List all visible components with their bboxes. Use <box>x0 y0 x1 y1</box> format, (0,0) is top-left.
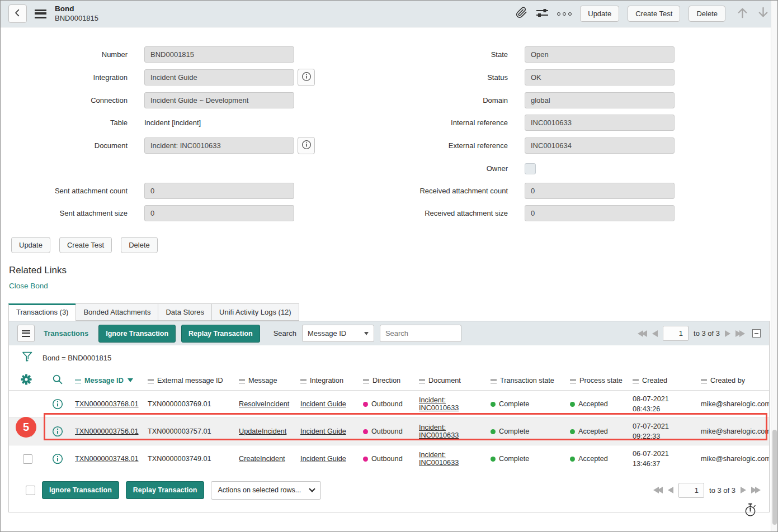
tab-unifi-activity-logs[interactable]: Unifi Activity Logs (12) <box>211 303 299 321</box>
replay-transaction-button[interactable]: Replay Transaction <box>181 325 260 343</box>
page-range-label: to 3 of 3 <box>709 486 735 495</box>
list-context-menu-button[interactable] <box>17 325 35 342</box>
form-context-menu-icon[interactable] <box>35 10 46 18</box>
tab-transactions[interactable]: Transactions (3) <box>8 303 76 321</box>
connection-field[interactable]: Incident Guide ~ Development <box>144 92 294 108</box>
column-header-direction[interactable]: Direction <box>360 370 416 391</box>
external-reference-label: External reference <box>347 141 508 150</box>
footer-ignore-transaction-button[interactable]: Ignore Transaction <box>42 481 119 499</box>
record-preview-icon[interactable] <box>47 398 68 410</box>
transaction-state-dot <box>491 402 496 407</box>
chevron-down-icon <box>364 332 369 335</box>
column-header-created-by[interactable]: Created by <box>697 370 769 391</box>
external-reference-field[interactable]: INC0010634 <box>525 137 675 154</box>
more-options-icon[interactable] <box>557 12 572 16</box>
message-id-link[interactable]: TXN0000003768.01 <box>75 400 139 408</box>
header-create-test-button[interactable]: Create Test <box>628 6 680 22</box>
external-message-id: TXN0000003769.01 <box>148 400 211 408</box>
message-id-link[interactable]: TXN0000003756.01 <box>75 428 139 435</box>
actions-on-selected-rows-select[interactable]: Actions on selected rows... <box>211 481 321 500</box>
state-field[interactable]: Open <box>525 46 675 63</box>
ignore-transaction-button[interactable]: Ignore Transaction <box>98 325 176 343</box>
direction-dot <box>363 429 368 434</box>
owner-field[interactable] <box>525 163 536 174</box>
next-page-button[interactable] <box>741 487 746 493</box>
tab-bonded-attachments[interactable]: Bonded Attachments <box>76 303 158 321</box>
document-link[interactable]: Incident: INC0010633 <box>419 396 459 412</box>
footer-replay-transaction-button[interactable]: Replay Transaction <box>126 481 205 499</box>
received-attachment-size-label: Received attachment size <box>347 209 508 217</box>
back-button[interactable] <box>8 4 27 23</box>
first-page-button[interactable] <box>638 330 647 337</box>
form-delete-button[interactable]: Delete <box>121 237 158 253</box>
sent-attachment-size-field[interactable]: 0 <box>144 205 294 221</box>
record-preview-icon[interactable] <box>47 453 68 464</box>
table-header-row: Message ID External message ID Message I… <box>9 370 769 391</box>
column-header-process-state[interactable]: Process state <box>567 370 629 391</box>
domain-label: Domain <box>347 96 508 104</box>
stopwatch-icon[interactable] <box>744 503 757 519</box>
first-page-button[interactable] <box>653 487 663 493</box>
close-bond-link[interactable]: Close Bond <box>9 282 48 290</box>
next-record-icon[interactable] <box>757 6 770 21</box>
row-checkbox[interactable] <box>23 454 32 464</box>
next-page-button[interactable] <box>725 330 730 337</box>
list-personalize-button[interactable] <box>9 370 44 391</box>
status-field[interactable]: OK <box>525 69 675 86</box>
internal-reference-field[interactable]: INC0010633 <box>525 115 675 131</box>
column-header-created[interactable]: Created <box>629 370 697 391</box>
record-preview-icon[interactable] <box>47 426 68 437</box>
previous-page-button[interactable] <box>668 487 673 493</box>
tab-data-stores[interactable]: Data Stores <box>158 303 212 321</box>
sliders-icon[interactable] <box>536 7 549 21</box>
previous-page-button[interactable] <box>652 330 658 337</box>
received-attachment-size-field[interactable]: 0 <box>525 205 675 221</box>
search-field-select[interactable]: Message ID <box>302 325 374 342</box>
received-attachment-count-field[interactable]: 0 <box>525 183 675 199</box>
column-search-button[interactable] <box>44 370 72 391</box>
integration-link[interactable]: Incident Guide <box>300 455 346 463</box>
page-number-input[interactable] <box>663 326 689 341</box>
search-input[interactable] <box>380 325 461 342</box>
column-menu-icon <box>633 379 639 383</box>
domain-field[interactable]: global <box>525 92 675 108</box>
column-header-message-id[interactable]: Message ID <box>72 370 144 391</box>
message-link[interactable]: ResolveIncident <box>239 400 289 408</box>
scrollbar-thumb[interactable] <box>772 430 777 525</box>
column-menu-icon <box>363 379 369 383</box>
column-header-integration[interactable]: Integration <box>297 370 360 391</box>
filter-breadcrumb[interactable]: Bond = BND0001815 <box>43 354 111 362</box>
integration-link[interactable]: Incident Guide <box>300 428 346 435</box>
last-page-button[interactable] <box>751 487 761 493</box>
select-all-checkbox[interactable] <box>26 486 35 495</box>
column-header-document[interactable]: Document <box>416 370 487 391</box>
document-link[interactable]: Incident: INC0010633 <box>419 451 459 467</box>
message-link[interactable]: CreateIncident <box>239 455 285 463</box>
integration-info-button[interactable] <box>298 69 315 86</box>
form-create-test-button[interactable]: Create Test <box>59 237 112 253</box>
column-menu-icon <box>570 379 576 383</box>
message-link[interactable]: UpdateIncident <box>239 428 286 435</box>
number-field[interactable]: BND0001815 <box>144 46 294 63</box>
column-header-message[interactable]: Message <box>235 370 297 391</box>
header-delete-button[interactable]: Delete <box>689 6 725 22</box>
record-title: Bond BND0001815 <box>55 4 98 23</box>
document-info-button[interactable] <box>298 137 315 154</box>
paperclip-icon[interactable] <box>516 7 527 21</box>
previous-record-icon[interactable] <box>736 6 749 21</box>
form-update-button[interactable]: Update <box>11 237 50 253</box>
column-header-external-message-id[interactable]: External message ID <box>144 370 235 391</box>
integration-link[interactable]: Incident Guide <box>300 400 346 408</box>
document-field[interactable]: Incident: INC0010633 <box>144 137 294 154</box>
sent-attachment-count-field[interactable]: 0 <box>144 183 294 199</box>
funnel-icon[interactable] <box>21 351 33 365</box>
page-number-input[interactable] <box>678 483 704 498</box>
document-link[interactable]: Incident: INC0010633 <box>419 424 459 439</box>
header-update-button[interactable]: Update <box>580 6 619 22</box>
collapse-list-button[interactable] <box>752 329 761 338</box>
last-page-button[interactable] <box>735 330 745 337</box>
column-header-transaction-state[interactable]: Transaction state <box>487 370 567 391</box>
message-id-link[interactable]: TXN0000003748.01 <box>75 455 139 463</box>
page-scrollbar[interactable] <box>771 1 777 531</box>
integration-field[interactable]: Incident Guide <box>144 69 294 86</box>
